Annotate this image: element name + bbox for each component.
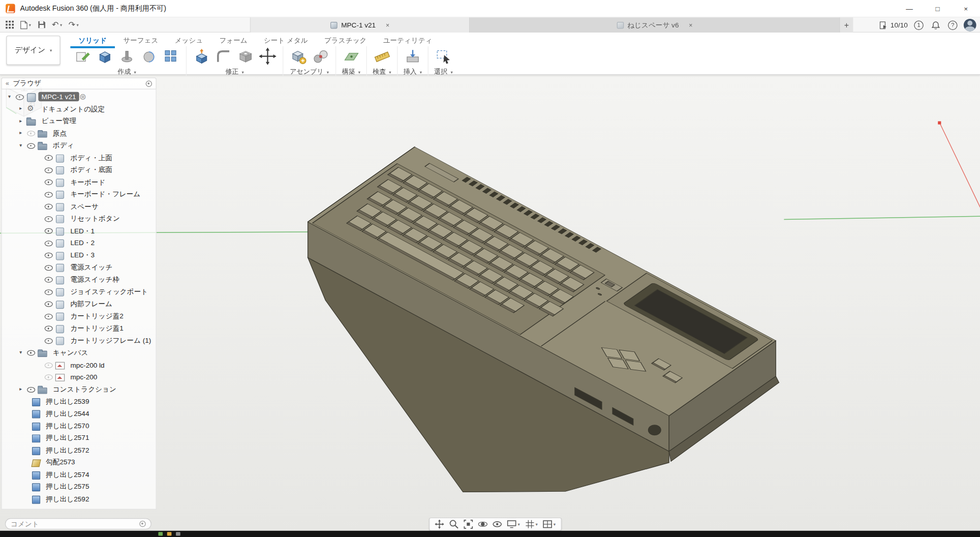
redo-button[interactable]: ↷ ▾ <box>67 19 81 30</box>
document-tab-inactive[interactable]: ねじスペーサ v6 × <box>470 17 839 33</box>
new-component-button[interactable] <box>289 47 308 66</box>
visibility-eye-icon[interactable] <box>26 141 36 150</box>
browser-tree-item[interactable]: mpc-200 ld <box>2 359 156 371</box>
browser-tree-item[interactable]: ビュー管理 <box>2 115 156 127</box>
pattern-button[interactable] <box>162 47 180 66</box>
visibility-eye-icon[interactable] <box>44 324 54 333</box>
visibility-eye-icon[interactable] <box>44 239 54 247</box>
browser-tree-item[interactable]: 押し出し2592 <box>2 493 156 505</box>
browser-tree-item[interactable]: 原点 <box>2 127 156 139</box>
save-button[interactable] <box>36 19 47 30</box>
comment-submit-icon[interactable] <box>139 521 145 527</box>
group-label-insert[interactable]: 挿入 ▾ <box>404 68 422 76</box>
browser-tree-item[interactable]: 電源スイッチ枠 <box>2 274 156 286</box>
group-label-inspect[interactable]: 検査 ▾ <box>373 68 391 76</box>
sweep-button[interactable] <box>139 47 158 66</box>
browser-tree-item[interactable]: LED・2 <box>2 237 156 249</box>
visibility-eye-icon[interactable] <box>44 190 54 198</box>
user-avatar[interactable] <box>964 19 976 32</box>
revolve-button[interactable] <box>117 47 136 66</box>
browser-header[interactable]: « ブラウザ <box>1 77 156 89</box>
create-sketch-button[interactable] <box>74 47 93 66</box>
browser-tree-item[interactable]: ボディ・上面 <box>2 152 156 164</box>
browser-tree-item[interactable]: 押し出し2544 <box>2 408 156 420</box>
collapse-panel-icon[interactable]: « <box>6 80 9 87</box>
browser-tree-item[interactable]: 押し出し2574 <box>2 468 156 481</box>
measure-button[interactable] <box>373 47 391 66</box>
browser-tree-item[interactable]: 押し出し2539 <box>2 396 156 408</box>
expander-icon[interactable] <box>19 350 26 355</box>
tab-close-icon[interactable]: × <box>386 21 389 28</box>
group-label-select[interactable]: 選択 ▾ <box>434 68 452 76</box>
workspace-selector[interactable]: デザイン ▾ <box>6 36 60 65</box>
bell-icon[interactable] <box>930 20 941 31</box>
browser-tree-item[interactable]: 押し出し2572 <box>2 444 156 456</box>
minimize-button[interactable]: — <box>895 0 924 17</box>
look-at-button[interactable] <box>493 520 502 529</box>
visibility-eye-icon[interactable] <box>44 263 54 272</box>
visibility-eye-icon[interactable] <box>44 166 54 174</box>
move-button[interactable] <box>258 47 277 66</box>
visibility-eye-icon[interactable] <box>44 202 54 211</box>
visibility-eye-icon[interactable] <box>44 276 54 284</box>
notification-count-badge[interactable]: 1 <box>914 20 924 29</box>
browser-tree-item[interactable]: MPC-1 v21 <box>2 91 156 103</box>
browser-tree-item[interactable]: スペーサ <box>2 200 156 213</box>
taskbar-icon-2[interactable] <box>167 532 172 535</box>
document-tab-active[interactable]: MPC-1 v21 × <box>250 17 470 33</box>
job-status[interactable]: 10/10 <box>880 21 908 29</box>
close-button[interactable]: × <box>952 0 980 17</box>
expander-icon[interactable] <box>19 387 26 392</box>
browser-tree-item[interactable]: キーボード <box>2 176 156 188</box>
visibility-eye-icon[interactable] <box>26 129 36 137</box>
browser-tree-item[interactable]: LED・1 <box>2 225 156 237</box>
visibility-eye-icon[interactable] <box>15 93 25 101</box>
browser-tree-item[interactable]: カートリッジ蓋2 <box>2 310 156 322</box>
visibility-eye-icon[interactable] <box>44 337 54 345</box>
browser-tree-item[interactable]: ボディ・底面 <box>2 164 156 176</box>
browser-tree-item[interactable]: ドキュメントの設定 <box>2 103 156 115</box>
zoom-button[interactable] <box>449 520 459 529</box>
browser-tree-item[interactable]: 勾配2573 <box>2 456 156 468</box>
orbit-button[interactable] <box>478 520 488 529</box>
group-label-assemble[interactable]: アセンブリ ▾ <box>290 68 329 76</box>
expander-icon[interactable] <box>19 118 26 124</box>
visibility-eye-icon[interactable] <box>44 227 54 235</box>
taskbar-icon-1[interactable] <box>158 532 163 535</box>
joint-button[interactable] <box>311 47 330 66</box>
shell-button[interactable] <box>236 47 255 66</box>
undo-button[interactable]: ↶ ▾ <box>50 19 64 30</box>
group-label-modify[interactable]: 修正 ▾ <box>225 68 243 76</box>
maximize-button[interactable]: □ <box>924 0 952 17</box>
extrude-button[interactable] <box>96 47 114 66</box>
browser-tree-item[interactable]: mpc-200 <box>2 371 156 383</box>
browser-tree-item[interactable]: 押し出し2571 <box>2 432 156 444</box>
comment-bar[interactable]: コメント <box>5 518 151 529</box>
fit-button[interactable] <box>464 520 473 529</box>
visibility-eye-icon[interactable] <box>44 178 54 186</box>
expander-icon[interactable] <box>8 94 15 99</box>
visibility-eye-icon[interactable] <box>44 154 54 162</box>
visibility-eye-icon[interactable] <box>44 288 54 296</box>
browser-tree-item[interactable]: 電源スイッチ <box>2 261 156 274</box>
pan-button[interactable] <box>435 520 444 529</box>
browser-tree-item[interactable]: リセットボタン <box>2 213 156 225</box>
browser-tree-item[interactable]: カートリッジ蓋1 <box>2 322 156 335</box>
visibility-eye-icon[interactable] <box>44 312 54 320</box>
taskbar-icon-3[interactable] <box>176 532 180 535</box>
browser-tree-item[interactable]: カートリッジフレーム (1) <box>2 335 156 347</box>
visibility-eye-icon[interactable] <box>44 300 54 308</box>
panel-options-icon[interactable] <box>146 80 152 86</box>
help-icon[interactable]: ? <box>948 20 958 29</box>
press-pull-button[interactable] <box>192 47 211 66</box>
browser-tree-item[interactable]: 押し出し2575 <box>2 481 156 493</box>
browser-tree-item[interactable]: 押し出し2570 <box>2 420 156 432</box>
group-label-construct[interactable]: 構築 ▾ <box>342 68 360 76</box>
select-button[interactable] <box>434 47 453 66</box>
app-grid-icon[interactable] <box>4 19 15 30</box>
browser-tree-item[interactable]: キャンバス <box>2 347 156 359</box>
browser-tree-item[interactable]: キーボード・フレーム <box>2 188 156 200</box>
viewports-button[interactable]: ▾ <box>543 520 556 529</box>
browser-tree-item[interactable]: 内部フレーム <box>2 298 156 310</box>
browser-tree-item[interactable]: コンストラクション <box>2 383 156 396</box>
